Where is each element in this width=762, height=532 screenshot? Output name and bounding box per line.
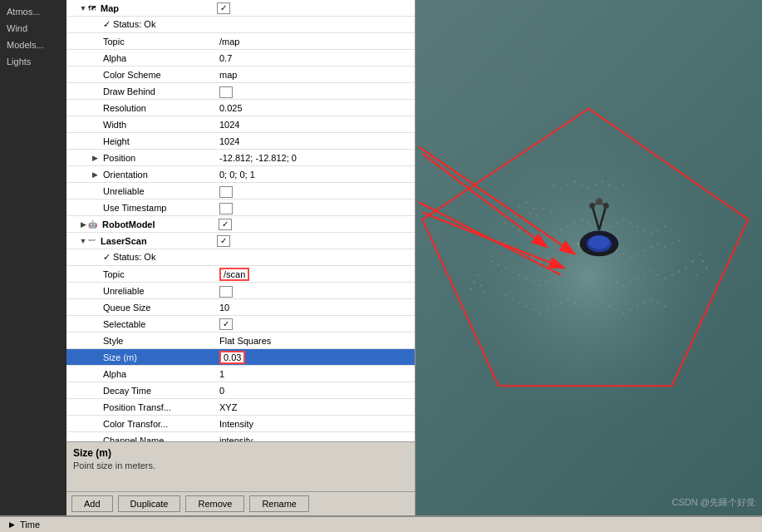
prop-row[interactable]: Topic/map xyxy=(66,33,415,50)
svg-point-56 xyxy=(643,249,646,252)
sidebar-item-lights[interactable]: Lights xyxy=(0,53,66,70)
prop-row[interactable]: Selectable✓ xyxy=(66,316,415,332)
svg-point-62 xyxy=(490,260,493,263)
prop-label: Position Transf... xyxy=(100,402,216,412)
prop-label: Queue Size xyxy=(100,303,216,313)
rename-button[interactable]: Rename xyxy=(249,495,309,512)
svg-point-26 xyxy=(608,225,611,228)
prop-row[interactable]: Position Transf...XYZ xyxy=(66,399,415,416)
svg-point-97 xyxy=(546,308,548,311)
section-icon: 🗺 xyxy=(88,4,96,12)
prop-row[interactable]: ✓ Status: Ok xyxy=(66,17,415,33)
svg-point-36 xyxy=(504,243,507,245)
svg-point-75 xyxy=(581,278,583,280)
prop-checkbox[interactable] xyxy=(219,186,233,198)
prop-value: Intensity xyxy=(216,419,415,429)
prop-row[interactable]: ▶Position-12.812; -12.812; 0 xyxy=(66,150,415,166)
prop-row[interactable]: Alpha0.7 xyxy=(66,50,415,66)
svg-point-44 xyxy=(560,249,563,252)
prop-tree[interactable]: ▼🗺Map✓✓ Status: OkTopic/mapAlpha0.7Color… xyxy=(66,0,415,441)
prop-status-desc: Point size in meters. xyxy=(73,461,408,470)
svg-point-73 xyxy=(567,270,569,273)
prop-label: Unreliable xyxy=(100,186,216,196)
svg-point-134 xyxy=(705,267,708,269)
prop-label: Selectable xyxy=(100,319,216,329)
prop-row[interactable]: Height1024 xyxy=(66,133,415,150)
prop-row[interactable]: Draw Behind xyxy=(66,83,415,100)
expand-arrow[interactable]: ▶ xyxy=(90,154,100,162)
prop-value: 0.7 xyxy=(216,53,415,63)
prop-checkbox[interactable]: ✓ xyxy=(217,2,230,14)
prop-row[interactable]: ▼〰LaserScan✓ xyxy=(66,233,415,249)
prop-row[interactable]: Width1024 xyxy=(66,116,415,133)
prop-row[interactable]: Unreliable xyxy=(66,183,415,200)
prop-label: Alpha xyxy=(100,53,216,63)
prop-row[interactable]: Unreliable xyxy=(66,283,415,299)
prop-row[interactable]: ✓ Status: Ok xyxy=(66,249,415,266)
prop-checkbox[interactable]: ✓ xyxy=(217,235,230,247)
svg-point-80 xyxy=(616,281,618,283)
sidebar-item-models[interactable]: Models... xyxy=(0,37,66,53)
prop-checkbox[interactable]: ✓ xyxy=(219,219,232,230)
highlighted-value[interactable]: /scan xyxy=(219,268,249,281)
prop-row[interactable]: Queue Size10 xyxy=(66,299,415,316)
svg-point-85 xyxy=(650,270,652,273)
bottom-strip[interactable]: ▶ Time xyxy=(0,515,762,532)
sidebar-item-atmosphere[interactable]: Atmos... xyxy=(0,3,66,20)
svg-point-125 xyxy=(622,184,625,186)
prop-checkbox[interactable] xyxy=(219,286,233,298)
size-highlighted-value[interactable]: 0.03 xyxy=(219,351,245,364)
duplicate-button[interactable]: Duplicate xyxy=(118,495,181,512)
prop-value: 1 xyxy=(216,369,415,379)
expand-arrow[interactable]: ▶ xyxy=(90,170,100,179)
add-button[interactable]: Add xyxy=(71,495,113,512)
svg-point-90 xyxy=(685,267,687,269)
prop-value: ✓ xyxy=(215,219,415,230)
svg-point-78 xyxy=(602,274,604,277)
svg-point-31 xyxy=(643,229,646,231)
svg-point-111 xyxy=(643,302,646,304)
svg-point-53 xyxy=(622,254,625,256)
svg-point-110 xyxy=(637,305,639,308)
svg-point-100 xyxy=(567,298,569,301)
expand-arrow[interactable]: ▶ xyxy=(78,220,88,229)
svg-point-124 xyxy=(616,187,618,190)
prop-checkbox[interactable] xyxy=(219,86,233,98)
prop-checkbox[interactable] xyxy=(219,203,233,214)
expand-arrow[interactable]: ▼ xyxy=(78,4,88,12)
prop-row[interactable]: Topic/scan xyxy=(66,266,415,283)
prop-row[interactable]: ▶🤖RobotModel✓ xyxy=(66,216,415,233)
prop-row[interactable]: Channel Nameintensity xyxy=(66,432,415,441)
prop-checkbox[interactable]: ✓ xyxy=(219,318,233,330)
expand-arrow[interactable]: ▼ xyxy=(78,237,88,245)
svg-point-11 xyxy=(504,222,507,224)
svg-point-128 xyxy=(469,288,472,290)
svg-point-107 xyxy=(616,308,618,311)
svg-point-57 xyxy=(650,246,652,249)
svg-point-54 xyxy=(629,257,632,259)
prop-row[interactable]: Color Transfor...Intensity xyxy=(66,416,415,432)
prop-row[interactable]: Use Timestamp xyxy=(66,200,415,216)
svg-point-132 xyxy=(699,254,701,256)
prop-row[interactable]: StyleFlat Squares xyxy=(66,332,415,349)
svg-point-133 xyxy=(702,260,705,263)
prop-row[interactable]: Decay Time0 xyxy=(66,382,415,399)
prop-label: ✓ Status: Ok xyxy=(100,19,216,30)
prop-row[interactable]: Size (m)0.03 xyxy=(66,349,415,366)
prop-row[interactable]: Alpha1 xyxy=(66,366,415,382)
prop-row[interactable]: Resolution0.025 xyxy=(66,100,415,116)
prop-row[interactable]: Color Schememap xyxy=(66,66,415,83)
prop-label: Map xyxy=(97,3,214,13)
svg-point-86 xyxy=(657,274,660,277)
svg-point-135 xyxy=(696,274,698,277)
remove-button[interactable]: Remove xyxy=(185,495,244,512)
svg-point-21 xyxy=(574,222,577,224)
main-container: Atmos... Wind Models... Lights ▼🗺Map✓✓ S… xyxy=(0,0,762,532)
prop-value xyxy=(216,283,415,298)
prop-row[interactable]: ▼🗺Map✓ xyxy=(66,0,415,17)
svg-point-60 xyxy=(671,243,673,245)
prop-status-title: Size (m) xyxy=(73,447,408,459)
svg-point-94 xyxy=(525,305,528,308)
prop-row[interactable]: ▶Orientation0; 0; 0; 1 xyxy=(66,166,415,183)
sidebar-item-wind[interactable]: Wind xyxy=(0,20,66,37)
